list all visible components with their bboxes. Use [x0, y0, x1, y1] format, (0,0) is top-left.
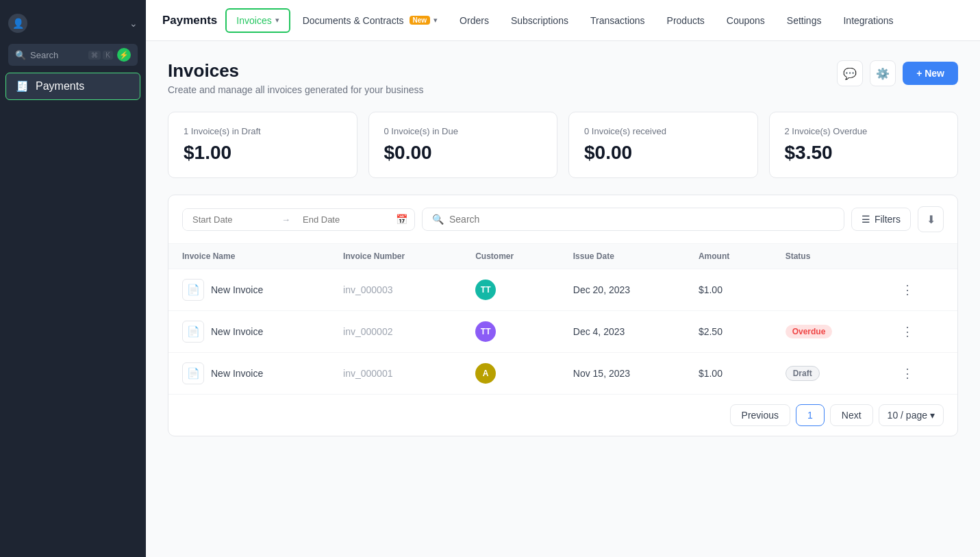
tab-docs-contracts[interactable]: Documents & Contracts New ▾ — [293, 10, 447, 32]
per-page-chevron-icon: ▾ — [930, 410, 935, 421]
coupons-label: Coupons — [727, 15, 765, 26]
invoice-name: New Invoice — [211, 368, 263, 379]
page-title-area: Invoices Create and manage all invoices … — [168, 60, 424, 95]
col-customer: Customer — [462, 244, 560, 269]
stat-overdue-value: $3.50 — [785, 142, 943, 164]
current-page-button[interactable]: 1 — [796, 404, 825, 426]
col-invoice-name: Invoice Name — [168, 244, 329, 269]
subscriptions-label: Subscriptions — [511, 15, 568, 26]
avatar: TT — [475, 280, 496, 300]
date-arrow-icon: → — [279, 214, 293, 225]
issue-date-cell: Dec 20, 2023 — [560, 269, 685, 311]
invoices-tab-label: Invoices — [236, 15, 271, 26]
tab-orders[interactable]: Orders — [450, 10, 499, 32]
start-date-input[interactable] — [183, 209, 279, 230]
issue-date-cell: Dec 4, 2023 — [560, 311, 685, 353]
sidebar-item-label: Payments — [36, 80, 84, 92]
shortcut-key: K — [103, 51, 113, 60]
invoice-name-cell: 📄 New Invoice — [168, 269, 329, 311]
pagination: Previous 1 Next 10 / page ▾ — [168, 394, 957, 436]
status-badge: Draft — [786, 366, 820, 381]
avatar: A — [475, 363, 496, 384]
invoices-chevron-icon: ▾ — [275, 16, 279, 25]
previous-button[interactable]: Previous — [730, 404, 790, 426]
actions-cell: ⋮ — [882, 311, 957, 353]
row-more-button[interactable]: ⋮ — [896, 363, 919, 384]
stat-draft: 1 Invoice(s) in Draft $1.00 — [168, 112, 357, 178]
docs-contracts-chevron-icon: ▾ — [434, 16, 438, 25]
stat-draft-value: $1.00 — [184, 142, 342, 164]
status-badge: Overdue — [786, 325, 833, 338]
status-cell — [772, 269, 882, 311]
top-navigation: Payments Invoices ▾ Documents & Contract… — [146, 0, 980, 41]
new-badge: New — [410, 16, 431, 25]
tab-products[interactable]: Products — [657, 10, 714, 32]
user-icon: 👤 — [8, 14, 27, 33]
date-range-picker[interactable]: → 📅 — [182, 208, 415, 231]
per-page-selector[interactable]: 10 / page ▾ — [879, 404, 944, 426]
download-button[interactable]: ⬇ — [918, 206, 944, 232]
tab-integrations[interactable]: Integrations — [833, 10, 903, 32]
sidebar-search[interactable]: 🔍 Search ⌘ K ⚡ — [8, 44, 138, 66]
sidebar-user[interactable]: 👤 ⌄ — [0, 8, 146, 38]
end-date-input[interactable] — [293, 209, 389, 230]
table-filters: → 📅 🔍 ☰ Filters ⬇ — [168, 195, 957, 244]
stat-overdue-label: 2 Invoice(s) Overdue — [785, 126, 943, 136]
sidebar-user-chevron: ⌄ — [129, 18, 138, 29]
tab-settings[interactable]: Settings — [777, 10, 831, 32]
col-invoice-number: Invoice Number — [329, 244, 462, 269]
invoices-table: Invoice Name Invoice Number Customer Iss… — [168, 244, 957, 394]
stat-due-label: 0 Invoice(s) in Due — [384, 126, 542, 136]
next-button[interactable]: Next — [830, 404, 873, 426]
table-header: Invoice Name Invoice Number Customer Iss… — [168, 244, 957, 269]
stat-overdue: 2 Invoice(s) Overdue $3.50 — [769, 112, 959, 178]
invoice-table-section: → 📅 🔍 ☰ Filters ⬇ — [168, 195, 958, 436]
customer-cell: TT — [462, 269, 560, 311]
search-box[interactable]: 🔍 — [422, 208, 844, 231]
stat-due-value: $0.00 — [384, 142, 542, 164]
tab-invoices[interactable]: Invoices ▾ — [225, 8, 290, 33]
shortcut-cmd: ⌘ — [88, 51, 101, 60]
row-more-button[interactable]: ⋮ — [896, 321, 919, 342]
table-row: 📄 New Invoice inv_000003 TT Dec 20, 2023… — [168, 269, 957, 311]
page-header: Invoices Create and manage all invoices … — [168, 60, 958, 95]
tab-subscriptions[interactable]: Subscriptions — [501, 10, 578, 32]
sidebar-search-icon: 🔍 — [15, 50, 26, 60]
issue-date-cell: Nov 15, 2023 — [560, 353, 685, 395]
invoice-number-cell: inv_000001 — [329, 353, 462, 395]
download-icon: ⬇ — [927, 213, 935, 226]
page-title: Invoices — [168, 60, 424, 82]
col-status: Status — [772, 244, 882, 269]
stats-grid: 1 Invoice(s) in Draft $1.00 0 Invoice(s)… — [168, 112, 958, 178]
search-input[interactable] — [449, 214, 834, 225]
row-more-button[interactable]: ⋮ — [896, 280, 919, 300]
actions-cell: ⋮ — [882, 353, 957, 395]
amount-cell: $2.50 — [685, 311, 772, 353]
sidebar: 👤 ⌄ 🔍 Search ⌘ K ⚡ 🧾 Payments — [0, 0, 146, 557]
sidebar-search-shortcut: ⌘ K — [88, 51, 113, 60]
products-label: Products — [667, 15, 705, 26]
invoice-name-cell: 📄 New Invoice — [168, 353, 329, 395]
amount-cell: $1.00 — [685, 269, 772, 311]
orders-label: Orders — [460, 15, 489, 26]
new-invoice-button[interactable]: + New — [903, 62, 958, 85]
tab-transactions[interactable]: Transactions — [581, 10, 655, 32]
avatar: TT — [475, 321, 496, 342]
brand-label: Payments — [162, 14, 217, 27]
invoice-icon: 📄 — [182, 321, 204, 343]
invoice-number-cell: inv_000002 — [329, 311, 462, 353]
docs-contracts-label: Documents & Contracts — [303, 15, 404, 26]
table-row: 📄 New Invoice inv_000001 A Nov 15, 2023 … — [168, 353, 957, 395]
page-subtitle: Create and manage all invoices generated… — [168, 84, 424, 95]
customer-cell: TT — [462, 311, 560, 353]
search-icon: 🔍 — [432, 214, 444, 225]
col-amount: Amount — [685, 244, 772, 269]
filters-label: Filters — [875, 214, 901, 225]
per-page-label: 10 / page — [888, 410, 927, 421]
amount-cell: $1.00 — [685, 353, 772, 395]
tab-coupons[interactable]: Coupons — [717, 10, 775, 32]
comment-button[interactable]: 💬 — [837, 60, 863, 86]
settings-button[interactable]: ⚙️ — [870, 60, 896, 86]
filters-button[interactable]: ☰ Filters — [851, 208, 911, 231]
sidebar-item-payments[interactable]: 🧾 Payments — [5, 73, 140, 100]
